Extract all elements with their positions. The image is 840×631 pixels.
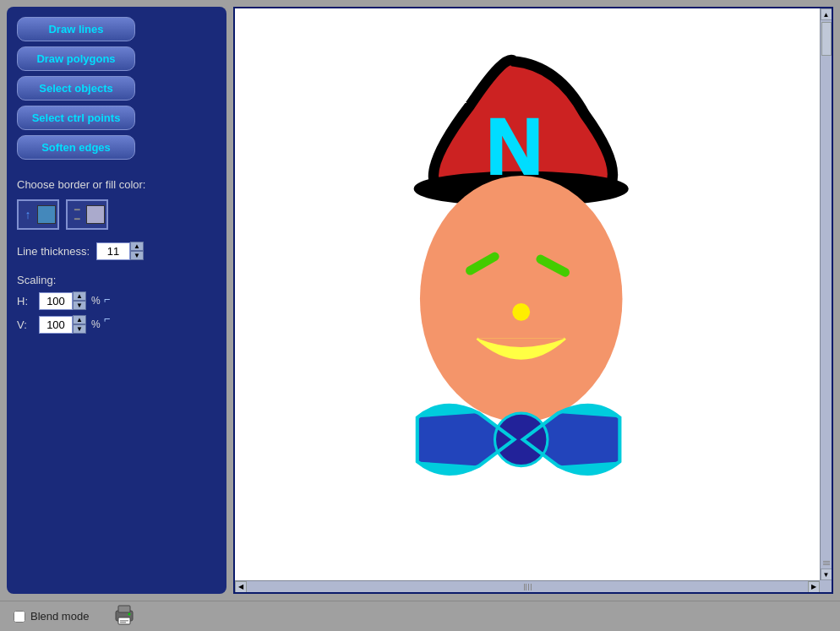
- canvas-frame[interactable]: N: [233, 7, 833, 594]
- scaling-h-row: H: ▲ ▼ %: [17, 291, 101, 310]
- scrollbar-left-arrow[interactable]: ◀: [235, 581, 247, 593]
- scaling-v-unit: %: [91, 318, 101, 330]
- scaling-h-unit: %: [91, 295, 101, 307]
- scaling-label: Scaling:: [17, 274, 216, 286]
- scaling-v-spinbox-buttons: ▲ ▼: [73, 315, 86, 334]
- horizontal-scrollbar[interactable]: ◀ ▶: [235, 580, 820, 592]
- scrollbar-corner: [820, 580, 832, 592]
- blend-mode-section: Blend mode: [14, 610, 89, 623]
- link-icon[interactable]: ⌐ ⌐: [104, 293, 111, 325]
- draw-lines-button[interactable]: Draw lines: [17, 17, 135, 41]
- left-panel: Draw lines Draw polygons Select objects …: [7, 7, 226, 594]
- scrollbar-right-arrow[interactable]: ▶: [808, 581, 820, 593]
- bottom-bar: Blend mode: [0, 601, 840, 631]
- blend-mode-checkbox[interactable]: [14, 611, 25, 623]
- scaling-h-label: H:: [17, 295, 34, 307]
- color-picker-1[interactable]: ↑: [17, 199, 59, 230]
- canvas-white[interactable]: N: [235, 8, 820, 580]
- drawing-svg: N: [235, 8, 820, 580]
- color-pickers: ↑ ━━: [17, 199, 216, 230]
- scrollbar-up-arrow[interactable]: ▲: [821, 8, 832, 20]
- scaling-v-row: V: ▲ ▼ %: [17, 315, 101, 334]
- scaling-v-spinbox[interactable]: ▲ ▼: [39, 315, 86, 334]
- soften-edges-button[interactable]: Soften edges: [17, 135, 135, 160]
- svg-rect-13: [120, 622, 126, 623]
- scaling-h-down-button[interactable]: ▼: [73, 301, 86, 310]
- scaling-v-input[interactable]: [39, 316, 73, 334]
- scaling-section: Scaling: H: ▲ ▼ %: [17, 274, 216, 339]
- svg-rect-12: [120, 620, 128, 622]
- color-swatch-2[interactable]: [86, 205, 105, 224]
- vertical-scrollbar[interactable]: ▲ ▼: [820, 8, 832, 580]
- line-thickness-spinbox[interactable]: 11 ▲ ▼: [96, 242, 144, 260]
- spinbox-buttons: ▲ ▼: [130, 242, 144, 260]
- scaling-v-label: V:: [17, 318, 34, 331]
- blend-mode-label: Blend mode: [30, 610, 89, 623]
- svg-point-5: [512, 303, 530, 321]
- scrollbar-down-arrow[interactable]: ▼: [821, 568, 832, 580]
- draw-polygons-button[interactable]: Draw polygons: [17, 46, 135, 71]
- color-swatch-1[interactable]: [37, 205, 56, 224]
- scaling-h-input[interactable]: [39, 292, 73, 310]
- svg-rect-10: [118, 606, 130, 612]
- scaling-h-spinbox-buttons: ▲ ▼: [73, 291, 86, 310]
- scaling-h-up-button[interactable]: ▲: [73, 291, 86, 301]
- scrollbar-v-thumb[interactable]: [821, 22, 832, 56]
- scaling-h-spinbox[interactable]: ▲ ▼: [39, 291, 86, 310]
- color-picker-2[interactable]: ━━: [66, 199, 108, 230]
- printer-icon[interactable]: [112, 602, 136, 630]
- spinbox-up-button[interactable]: ▲: [130, 242, 144, 251]
- scaling-v-up-button[interactable]: ▲: [73, 315, 86, 324]
- select-ctrl-points-button[interactable]: Select ctrl points: [17, 106, 135, 130]
- spinbox-down-button[interactable]: ▼: [130, 251, 144, 260]
- line-thickness-label: Line thickness:: [17, 245, 90, 258]
- canvas-container: N: [233, 7, 833, 594]
- svg-point-14: [128, 613, 131, 616]
- svg-point-2: [420, 176, 623, 422]
- line-thickness-row: Line thickness: 11 ▲ ▼: [17, 242, 216, 260]
- line-thickness-input[interactable]: 11: [96, 242, 130, 260]
- select-objects-button[interactable]: Select objects: [17, 76, 135, 101]
- scaling-v-down-button[interactable]: ▼: [73, 324, 86, 334]
- color-section-label: Choose border or fill color:: [17, 178, 216, 191]
